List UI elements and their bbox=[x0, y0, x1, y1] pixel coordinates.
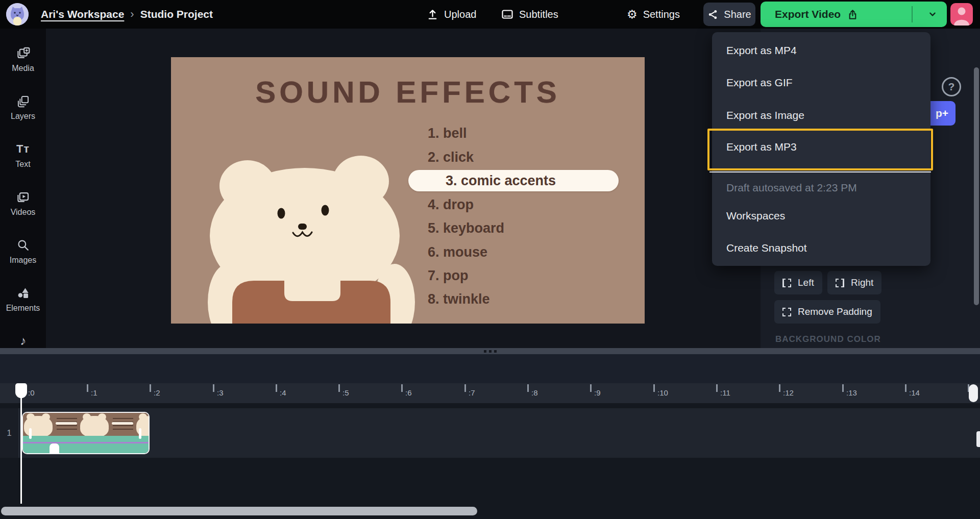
menu-item-create-snapshot[interactable]: Create Snapshot bbox=[726, 239, 915, 257]
clip-volume-line bbox=[23, 442, 149, 443]
remove-padding-button[interactable]: Remove Padding bbox=[774, 300, 880, 324]
workspace-link[interactable]: Ari's Workspace bbox=[41, 8, 124, 20]
clip-trim-handle-right[interactable] bbox=[139, 428, 141, 439]
export-icon bbox=[847, 9, 859, 20]
ruler-end-marker[interactable] bbox=[969, 384, 978, 402]
share-button[interactable]: Share bbox=[703, 3, 755, 26]
sidebar-item-media[interactable]: Media bbox=[0, 46, 46, 73]
project-title: Studio Project bbox=[140, 8, 213, 20]
breadcrumb: Ari's Workspace › Studio Project bbox=[41, 0, 213, 29]
settings-button[interactable]: ⚙ Settings bbox=[627, 0, 680, 29]
person-icon bbox=[950, 3, 973, 26]
thumbnail-text-marks bbox=[57, 418, 77, 431]
gear-icon: ⚙ bbox=[627, 9, 638, 20]
sidebar-item-images[interactable]: Images bbox=[0, 238, 46, 265]
thumbnail-bear bbox=[24, 416, 53, 437]
menu-item-export-image[interactable]: Export as Image bbox=[726, 107, 915, 124]
music-note-icon: ♪ bbox=[20, 334, 26, 348]
subtitles-button[interactable]: Subtitles bbox=[501, 0, 558, 29]
menu-item-export-mp4[interactable]: Export as MP4 bbox=[726, 42, 915, 59]
timeline-toolbar: -5s +5s Split 0:00.00 / 0:02.05 bbox=[0, 354, 980, 383]
menu-item-workspaces[interactable]: Workspaces bbox=[726, 207, 915, 225]
sidebar-item-text[interactable]: Tᴛ Text bbox=[0, 142, 46, 169]
padding-right-icon bbox=[836, 279, 844, 287]
magnifier-icon bbox=[16, 238, 30, 252]
list-item: 8. twinkle bbox=[428, 291, 490, 307]
help-button[interactable]: ? bbox=[942, 77, 961, 96]
export-video-button[interactable]: Export Video bbox=[761, 2, 947, 27]
cat-avatar-icon bbox=[6, 3, 29, 26]
clip-waveform bbox=[50, 443, 59, 454]
left-sidebar: Media Layers Tᴛ Text Videos Images bbox=[0, 29, 46, 349]
video-clip[interactable] bbox=[22, 412, 150, 454]
upload-button[interactable]: Upload bbox=[427, 0, 476, 29]
thumbnail-bear bbox=[80, 416, 109, 437]
padding-all-icon bbox=[782, 308, 791, 316]
list-item: 5. keyboard bbox=[428, 220, 504, 236]
button-divider bbox=[912, 6, 913, 22]
video-preview-canvas[interactable]: SOUND EFFECTS 1. bell 2. click 3. comic … bbox=[171, 57, 645, 324]
padding-right-button[interactable]: Right bbox=[827, 271, 881, 294]
clip-trim-handle-left[interactable] bbox=[29, 428, 32, 439]
padding-left-icon bbox=[782, 279, 791, 287]
thumbnail-bear bbox=[136, 416, 150, 437]
app-window: SOUND EFFECTS 1. bell 2. click 3. comic … bbox=[0, 0, 980, 519]
panel-resize-handle[interactable] bbox=[0, 348, 980, 354]
shapes-icon bbox=[16, 286, 30, 300]
track-number-gutter: 1 bbox=[0, 408, 19, 458]
list-item: 1. bell bbox=[428, 126, 467, 141]
thumbnail-highlight-strip bbox=[56, 422, 77, 425]
timeline-horizontal-scrollbar[interactable] bbox=[1, 507, 477, 515]
handle-dot bbox=[484, 350, 486, 353]
sidebar-item-layers[interactable]: Layers bbox=[0, 94, 46, 121]
sidebar-item-videos[interactable]: Videos bbox=[0, 190, 46, 217]
handle-dot bbox=[489, 350, 492, 353]
menu-item-export-gif[interactable]: Export as GIF bbox=[726, 74, 915, 91]
upload-icon bbox=[427, 9, 438, 20]
export-video-label-group: Export Video bbox=[775, 2, 859, 27]
breadcrumb-separator: › bbox=[130, 8, 134, 21]
video-play-icon bbox=[16, 190, 30, 204]
help-icon: ? bbox=[948, 81, 955, 93]
mp3-highlight-underline bbox=[709, 171, 931, 172]
share-icon bbox=[707, 9, 718, 20]
top-bar: Ari's Workspace › Studio Project Upload … bbox=[0, 0, 980, 29]
media-icon bbox=[16, 46, 30, 60]
playhead-line bbox=[20, 397, 22, 504]
list-item-highlighted: 3. comic accents bbox=[446, 173, 556, 189]
track-row-1: 1 bbox=[0, 408, 980, 458]
panel-scrollbar[interactable] bbox=[974, 67, 979, 305]
thumbnail-highlight-strip bbox=[112, 422, 133, 425]
list-item: 7. pop bbox=[428, 268, 469, 284]
clip-thumbnail-strip bbox=[23, 413, 149, 436]
user-avatar[interactable] bbox=[950, 3, 973, 26]
export-dropdown-menu: Export as MP4 Export as GIF Export as Im… bbox=[712, 32, 930, 266]
background-color-label: BACKGROUND COLOR bbox=[775, 334, 881, 344]
timeline-right-edge-marker[interactable] bbox=[976, 431, 980, 447]
mp3-highlight-box bbox=[707, 129, 933, 170]
clip-audio-strip bbox=[23, 436, 149, 454]
list-item: 6. mouse bbox=[428, 244, 487, 260]
subtitles-icon bbox=[501, 8, 513, 20]
playhead-handle[interactable] bbox=[15, 383, 27, 398]
sidebar-item-elements[interactable]: Elements bbox=[0, 286, 46, 313]
text-icon: Tᴛ bbox=[16, 142, 30, 156]
timeline-ruler[interactable]: :0 :1 :2 :3 :4 :5 :6 :7 :8 :9 :10 :11 :1… bbox=[0, 383, 980, 403]
handle-dot bbox=[494, 350, 497, 353]
timeline-tracks: 1 bbox=[0, 403, 980, 519]
layers-icon bbox=[16, 94, 30, 108]
workspace-avatar[interactable] bbox=[6, 3, 29, 26]
export-options-chevron[interactable] bbox=[918, 2, 947, 27]
list-item: 4. drop bbox=[428, 197, 474, 213]
thumbnail-text-marks bbox=[113, 418, 133, 431]
autosave-status: Draft autosaved at 2:23 PM bbox=[726, 179, 915, 196]
chevron-down-icon bbox=[927, 9, 938, 20]
list-item: 2. click bbox=[428, 150, 474, 165]
padding-left-button[interactable]: Left bbox=[774, 271, 822, 294]
